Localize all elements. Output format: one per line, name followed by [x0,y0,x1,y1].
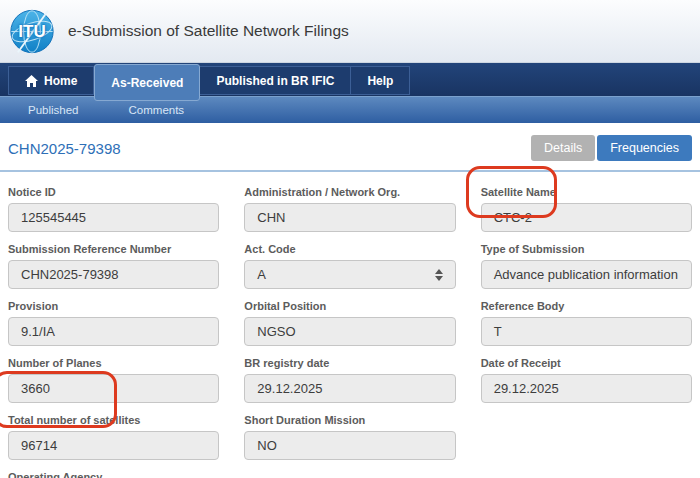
tab-home-label: Home [44,74,77,88]
act-code-value: A [257,267,266,282]
form-row: Number of Planes 3660 BR registry date 2… [8,357,692,403]
home-icon [25,75,38,87]
field-notice-id: Notice ID 125545445 [8,186,219,232]
notice-id-label: Notice ID [8,186,219,198]
br-registry-date-input[interactable]: 29.12.2025 [244,374,455,403]
reference-body-label: Reference Body [481,300,692,312]
field-operating-agency: Operating Agency New operating agency [8,471,692,478]
short-duration-mission-input[interactable]: NO [244,431,455,460]
type-of-submission-input[interactable]: Advance publication information [481,260,692,289]
satellite-name-label: Satellite Name [481,186,692,198]
total-satellites-input[interactable]: 96714 [8,431,219,460]
field-orbital-position: Orbital Position NGSO [244,300,455,346]
date-of-receipt-input[interactable]: 29.12.2025 [481,374,692,403]
itu-logo-text: ITU [8,22,56,42]
form-row: Operating Agency New operating agency [8,471,692,478]
app-title: e-Submission of Satellite Network Filing… [68,22,349,40]
itu-logo: ITU [8,8,56,55]
form-row: Total number of satellites 96714 Short D… [8,414,692,460]
number-of-planes-label: Number of Planes [8,357,219,369]
field-br-registry-date: BR registry date 29.12.2025 [244,357,455,403]
field-type-of-submission: Type of Submission Advance publication i… [481,243,692,289]
field-administration: Administration / Network Org. CHN [244,186,455,232]
details-button[interactable]: Details [531,135,595,161]
administration-label: Administration / Network Org. [244,186,455,198]
field-submission-ref: Submission Reference Number CHN2025-7939… [8,243,219,289]
subnav-published[interactable]: Published [28,104,79,116]
field-date-of-receipt: Date of Receipt 29.12.2025 [481,357,692,403]
orbital-position-label: Orbital Position [244,300,455,312]
orbital-position-input[interactable]: NGSO [244,317,455,346]
view-toggle-group: Details Frequencies [531,135,692,161]
app-header: ITU e-Submission of Satellite Network Fi… [0,0,700,63]
tab-published-br-ific[interactable]: Published in BR IFIC [200,66,351,95]
field-reference-body: Reference Body T [481,300,692,346]
total-satellites-label: Total number of satellites [8,414,219,426]
form-row: Submission Reference Number CHN2025-7939… [8,243,692,289]
empty-cell [481,414,692,460]
tab-as-received[interactable]: As-Received [94,64,200,101]
field-number-of-planes: Number of Planes 3660 [8,357,219,403]
title-row: CHN2025-79398 Details Frequencies [0,123,700,170]
satellite-name-input[interactable]: CTC-2 [481,203,692,232]
field-act-code: Act. Code A [244,243,455,289]
subnav-comments[interactable]: Comments [129,104,185,116]
field-short-duration-mission: Short Duration Mission NO [244,414,455,460]
act-code-select[interactable]: A [244,260,455,289]
form-row: Notice ID 125545445 Administration / Net… [8,186,692,232]
form-row: Provision 9.1/IA Orbital Position NGSO R… [8,300,692,346]
frequencies-button[interactable]: Frequencies [597,135,692,161]
tab-published-br-ific-label: Published in BR IFIC [216,74,334,88]
short-duration-mission-label: Short Duration Mission [244,414,455,426]
operating-agency-label: Operating Agency [8,471,692,478]
page-title: CHN2025-79398 [8,140,121,157]
provision-input[interactable]: 9.1/IA [8,317,219,346]
submission-ref-input[interactable]: CHN2025-79398 [8,260,219,289]
date-of-receipt-label: Date of Receipt [481,357,692,369]
tab-as-received-label: As-Received [111,76,183,90]
main-navbar: Home As-Received Published in BR IFIC He… [0,63,700,96]
field-satellite-name: Satellite Name CTC-2 [481,186,692,232]
type-of-submission-label: Type of Submission [481,243,692,255]
notice-id-input[interactable]: 125545445 [8,203,219,232]
reference-body-input[interactable]: T [481,317,692,346]
tab-help[interactable]: Help [351,66,410,95]
administration-input[interactable]: CHN [244,203,455,232]
select-stepper-icon [435,269,443,281]
tab-home[interactable]: Home [8,66,94,95]
provision-label: Provision [8,300,219,312]
tab-help-label: Help [367,74,393,88]
number-of-planes-input[interactable]: 3660 [8,374,219,403]
submission-ref-label: Submission Reference Number [8,243,219,255]
field-total-satellites: Total number of satellites 96714 [8,414,219,460]
field-provision: Provision 9.1/IA [8,300,219,346]
notice-form: Notice ID 125545445 Administration / Net… [0,172,700,478]
act-code-label: Act. Code [244,243,455,255]
br-registry-date-label: BR registry date [244,357,455,369]
